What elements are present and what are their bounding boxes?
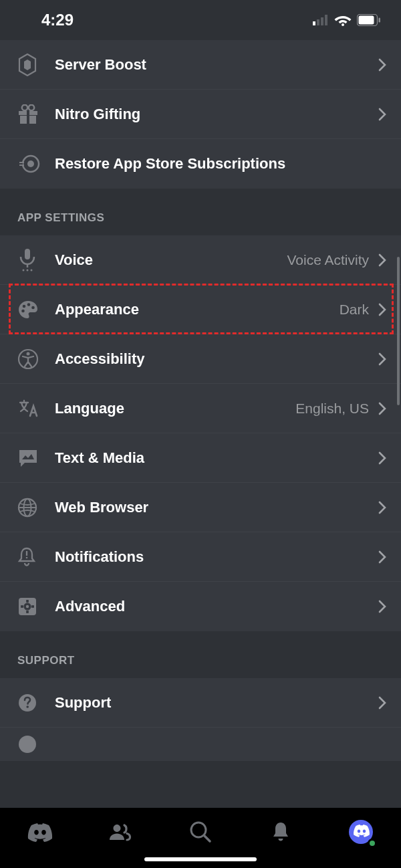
settings-row-notifications[interactable]: Notifications <box>0 532 401 582</box>
row-label: Web Browser <box>55 499 378 516</box>
svg-point-31 <box>26 556 28 558</box>
svg-rect-10 <box>27 111 29 124</box>
notifications-icon <box>17 546 55 568</box>
svg-rect-3 <box>325 15 327 25</box>
settings-section: Voice Voice Activity Appearance Dark <box>0 235 401 631</box>
gift-icon <box>17 104 55 124</box>
svg-point-14 <box>27 160 34 167</box>
svg-rect-34 <box>26 600 29 603</box>
restore-icon <box>17 154 55 174</box>
svg-point-18 <box>23 269 25 271</box>
svg-rect-36 <box>21 605 23 608</box>
settings-row-language[interactable]: Language English, US <box>0 384 401 433</box>
settings-row-voice[interactable]: Voice Voice Activity <box>0 235 401 285</box>
chevron-right-icon <box>378 58 386 72</box>
row-label: Advanced <box>55 598 378 615</box>
row-value: Dark <box>340 302 369 318</box>
settings-row-truncated[interactable] <box>0 728 401 761</box>
settings-row-nitro-gifting[interactable]: Nitro Gifting <box>0 90 401 139</box>
svg-rect-37 <box>31 605 34 608</box>
status-bar: 4:29 <box>0 0 401 40</box>
tab-search[interactable] <box>186 817 215 847</box>
settings-row-text-media[interactable]: Text & Media <box>0 433 401 483</box>
chevron-right-icon <box>378 600 386 613</box>
row-label: Restore App Store Subscriptions <box>55 155 386 173</box>
chevron-right-icon <box>378 550 386 564</box>
svg-point-22 <box>27 303 31 306</box>
mic-icon <box>17 248 55 272</box>
support-icon <box>17 693 55 713</box>
svg-point-19 <box>27 269 29 271</box>
row-label: Support <box>55 694 378 712</box>
row-label: Voice <box>55 251 287 269</box>
chevron-right-icon <box>378 696 386 710</box>
row-label: Appearance <box>55 301 340 318</box>
svg-rect-6 <box>359 16 374 25</box>
settings-row-web-browser[interactable]: Web Browser <box>0 483 401 532</box>
row-value: English, US <box>295 401 369 417</box>
svg-rect-16 <box>25 249 30 259</box>
row-label: Accessibility <box>55 350 378 368</box>
svg-point-20 <box>31 269 33 271</box>
svg-point-40 <box>26 706 29 708</box>
row-label: Language <box>55 400 295 417</box>
settings-section: Server Boost Nitro Gifting <box>0 40 401 189</box>
row-label: Notifications <box>55 548 378 566</box>
svg-point-21 <box>23 304 26 308</box>
svg-point-23 <box>31 306 35 309</box>
svg-point-24 <box>21 309 25 312</box>
svg-point-11 <box>22 104 27 110</box>
browser-icon <box>17 498 55 518</box>
tab-discord[interactable] <box>25 817 55 847</box>
chevron-right-icon <box>378 352 386 366</box>
svg-rect-2 <box>321 17 323 25</box>
svg-point-4 <box>342 23 344 26</box>
svg-point-26 <box>27 352 30 355</box>
row-value: Voice Activity <box>287 252 369 268</box>
svg-rect-1 <box>317 19 319 25</box>
settings-row-appearance[interactable]: Appearance Dark <box>0 285 401 334</box>
section-header-app-settings: APP SETTINGS <box>0 189 401 235</box>
svg-rect-35 <box>26 611 29 613</box>
chevron-right-icon <box>378 108 386 121</box>
svg-line-43 <box>205 836 210 841</box>
home-indicator <box>144 857 257 861</box>
wifi-icon <box>334 14 352 26</box>
settings-row-restore-subscriptions[interactable]: Restore App Store Subscriptions <box>0 139 401 189</box>
status-icons <box>313 14 381 26</box>
settings-row-advanced[interactable]: Advanced <box>0 582 401 631</box>
svg-point-41 <box>19 736 36 753</box>
svg-point-38 <box>26 605 29 608</box>
settings-row-server-boost[interactable]: Server Boost <box>0 40 401 90</box>
chevron-right-icon <box>378 451 386 465</box>
tab-notifications[interactable] <box>266 817 295 847</box>
row-label: Server Boost <box>55 56 378 74</box>
section-header-support: SUPPORT <box>0 631 401 678</box>
row-label: Text & Media <box>55 449 378 467</box>
boost-icon <box>17 53 55 76</box>
online-status-dot <box>368 839 377 848</box>
battery-icon <box>357 14 381 26</box>
chevron-right-icon <box>378 402 386 415</box>
chevron-right-icon <box>378 253 386 267</box>
language-icon <box>17 399 55 419</box>
cellular-signal-icon <box>313 15 329 25</box>
tab-friends[interactable] <box>106 817 135 847</box>
svg-rect-7 <box>379 18 381 23</box>
status-time: 4:29 <box>41 11 74 29</box>
accessibility-icon <box>17 348 55 370</box>
palette-icon <box>17 300 55 320</box>
settings-row-accessibility[interactable]: Accessibility <box>0 334 401 384</box>
scrollbar-indicator[interactable] <box>397 257 400 405</box>
text-media-icon <box>17 448 55 468</box>
svg-point-12 <box>29 104 34 110</box>
settings-row-support[interactable]: Support <box>0 678 401 728</box>
advanced-icon <box>17 596 55 617</box>
tab-profile[interactable] <box>346 817 376 847</box>
svg-point-42 <box>191 823 206 837</box>
row-icon <box>17 734 37 754</box>
chevron-right-icon <box>378 303 386 316</box>
settings-section: Support <box>0 678 401 761</box>
svg-rect-0 <box>313 21 315 25</box>
chevron-right-icon <box>378 501 386 514</box>
